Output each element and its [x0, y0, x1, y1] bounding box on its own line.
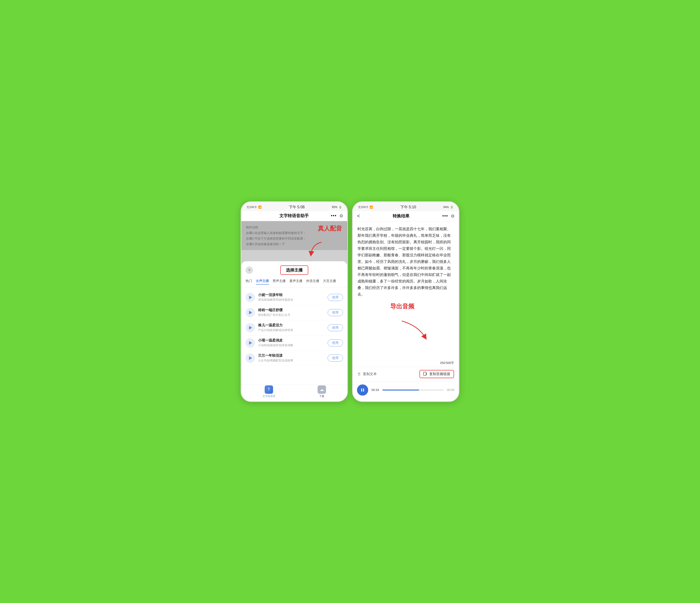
left-tab-bar: T 文字转语音 ☁ 下载 [241, 384, 347, 401]
export-arrow-icon [395, 319, 430, 342]
zhenren-annotation: 真人配音 [318, 224, 342, 233]
use-btn-1[interactable]: 使用 [328, 309, 343, 316]
left-time: 下午 5:08 [289, 205, 305, 210]
use-btn-3[interactable]: 使用 [328, 339, 343, 346]
right-time: 下午 5:10 [400, 205, 416, 210]
left-target-icon[interactable]: ⊙ [340, 213, 343, 218]
play-triangle-icon-3 [249, 341, 252, 345]
right-main-content: 时光荏苒，白驹过隙，一晃就是四十七年，我们重相聚。那年我们离开学校，年级的毕业典… [353, 222, 459, 401]
copy-audio-button[interactable]: 复制音频链接 [420, 370, 454, 378]
annotation-arrow [307, 240, 326, 259]
char-count-total: 500字 [446, 361, 454, 365]
tabbar-label-download: 下载 [319, 394, 324, 398]
tab-female[interactable]: 女声主播 [256, 279, 269, 285]
anchor-name-3: 小瑶一温柔俏皮 [258, 338, 324, 343]
anchor-play-3[interactable] [246, 338, 255, 347]
back-button[interactable]: < [357, 213, 360, 219]
right-more-icon[interactable]: ••• [442, 213, 448, 218]
right-nav-title: 转换结果 [393, 213, 409, 219]
anchor-name-1: 砖砖一端庄舒缓 [258, 308, 324, 312]
anchor-item-2: 株儿一温柔活力 产品介绍|政策解读|法律宣讲 使用 [246, 320, 343, 335]
left-status-bar: 无SIM卡 📶 下午 5:08 95% 🔋 [241, 202, 347, 211]
anchor-play-0[interactable] [246, 293, 255, 302]
tab-foreign[interactable]: 外语主播 [306, 279, 319, 285]
anchor-name-2: 株儿一温柔活力 [258, 323, 324, 328]
right-phone-frame: 无SIM卡 📶 下午 5:10 94% 🔋 < 转换结果 ••• ⊙ 时光荏苒，… [352, 201, 459, 402]
anchor-tags-2: 产品介绍|政策解读|法律宣讲 [258, 328, 324, 332]
left-main-content: 制作过程 步骤1:在这里输入或者粘贴需要转换的文字； 步骤2:可在下方选择您想要… [241, 221, 347, 401]
left-more-icon[interactable]: ••• [331, 213, 337, 218]
right-wifi-icon: 📶 [370, 206, 373, 209]
left-battery-icon: 🔋 [339, 206, 342, 209]
anchor-info-1: 砖砖一端庄舒缓 彩铃配音|广告叫卖|公众号 [258, 308, 324, 317]
char-count-current: 250 [440, 361, 445, 365]
right-status-right: 94% 🔋 [443, 206, 453, 209]
progress-bar[interactable] [382, 390, 444, 390]
right-battery-pct: 94% [443, 206, 449, 209]
anchor-item-3: 小瑶一温柔俏皮 小说阅读|旅游宣传|美食讲解 使用 [246, 335, 343, 351]
anchor-name-4: 兰兰一年轻活泼 [258, 354, 324, 358]
right-nav-icons: ••• ⊙ [442, 213, 454, 219]
anchor-play-1[interactable] [246, 308, 255, 317]
copy-text-label: 复制文本 [363, 372, 377, 376]
time-current: 00:33 [371, 388, 379, 392]
copy-audio-icon [423, 372, 427, 376]
use-btn-0[interactable]: 使用 [328, 294, 343, 301]
anchor-item-0: 小妮一活泼年轻 资讯阅读|教育培训|专题宣传 使用 [246, 290, 343, 305]
anchor-play-4[interactable] [246, 354, 255, 363]
left-status-left: 无SIM卡 📶 [247, 205, 261, 209]
anchor-list: 小妮一活泼年轻 资讯阅读|教育培训|专题宣传 使用 砖砖一端庄舒缓 彩铃配音|广… [241, 288, 347, 368]
action-row: 🗒 复制文本 复制音频链接 [353, 367, 459, 381]
pause-bar-left [361, 388, 362, 392]
tabbar-label-tts: 文字转语音 [262, 394, 275, 398]
modal-close-button[interactable]: ✕ [246, 266, 253, 274]
anchor-info-4: 兰兰一年轻活泼 公众号|短视频配音|说成故事 [258, 354, 324, 362]
play-triangle-icon-4 [249, 356, 252, 360]
right-signal-text: 无SIM卡 [358, 205, 369, 209]
use-btn-4[interactable]: 使用 [328, 355, 343, 362]
pause-bar-right [363, 388, 364, 392]
tab-child[interactable]: 童声主播 [290, 279, 302, 285]
left-wifi-icon: 📶 [258, 206, 261, 209]
anchor-info-2: 株儿一温柔活力 产品介绍|政策解读|法律宣讲 [258, 323, 324, 332]
anchor-tags-1: 彩铃配音|广告叫卖|公众号 [258, 313, 324, 317]
anchor-tags-3: 小说阅读|旅游宣传|美食讲解 [258, 343, 324, 347]
anchor-info-3: 小瑶一温柔俏皮 小说阅读|旅游宣传|美食讲解 [258, 338, 324, 347]
screens-container: 无SIM卡 📶 下午 5:08 95% 🔋 文字转语音助手 ••• ⊙ 制作过程… [241, 201, 459, 402]
left-status-right: 95% 🔋 [332, 206, 342, 209]
right-target-icon[interactable]: ⊙ [451, 213, 454, 219]
left-nav-icons: ••• ⊙ [331, 213, 343, 218]
tabbar-icon-tts: T [265, 385, 273, 394]
export-annotation: 导出音频 [390, 302, 414, 311]
modal-header: ✕ 选择主播 [241, 261, 347, 277]
left-phone-frame: 无SIM卡 📶 下午 5:08 95% 🔋 文字转语音助手 ••• ⊙ 制作过程… [241, 201, 348, 402]
copy-text-icon: 🗒 [357, 372, 361, 376]
right-battery-icon: 🔋 [450, 206, 453, 209]
bg-line-2: 步骤2:可在下方选择您想要的不同语音配置； [246, 237, 343, 241]
copy-text-button[interactable]: 🗒 复制文本 [357, 372, 377, 376]
anchor-item-1: 砖砖一端庄舒缓 彩铃配音|广告叫卖|公众号 使用 [246, 305, 343, 320]
left-nav-bar: 文字转语音助手 ••• ⊙ [241, 211, 347, 221]
play-triangle-icon-2 [249, 326, 252, 330]
left-battery-pct: 95% [332, 206, 338, 209]
tabbar-item-tts[interactable]: T 文字转语音 [262, 385, 275, 398]
tabbar-item-download[interactable]: ☁ 下载 [318, 385, 326, 398]
pause-button[interactable] [357, 384, 368, 395]
left-signal-text: 无SIM卡 [247, 205, 257, 209]
play-triangle-icon-0 [249, 295, 252, 299]
tab-dialect[interactable]: 方言主播 [323, 279, 336, 285]
char-count: 250/500字 [353, 360, 459, 367]
audio-player: 00:33 00:55 [353, 381, 459, 401]
anchor-info-0: 小妮一活泼年轻 资讯阅读|教育培训|专题宣传 [258, 293, 324, 302]
anchor-tags-4: 公众号|短视频配音|说成故事 [258, 359, 324, 362]
tab-male[interactable]: 男声主播 [273, 279, 286, 285]
tabbar-icon-download: ☁ [318, 385, 326, 394]
copy-audio-label: 复制音频链接 [429, 372, 450, 376]
play-triangle-icon-1 [249, 311, 252, 314]
bg-line-3: 步骤3:开始转换或者试听一下 [246, 242, 343, 246]
use-btn-2[interactable]: 使用 [328, 324, 343, 331]
tab-hot[interactable]: 热门 [246, 279, 252, 285]
modal-title: 选择主播 [286, 268, 303, 272]
time-total: 00:55 [447, 388, 454, 392]
anchor-play-2[interactable] [246, 323, 255, 332]
